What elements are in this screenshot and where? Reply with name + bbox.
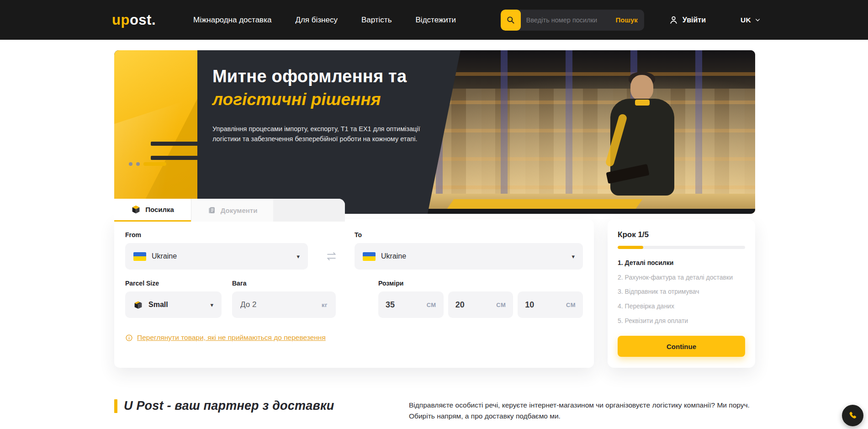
- caret-down-icon: ▾: [296, 253, 300, 260]
- parcel-box-icon: [131, 205, 141, 214]
- nav-track[interactable]: Відстежити: [416, 16, 456, 25]
- restricted-items-link-row: Переглянути товари, які не приймаються д…: [125, 334, 326, 342]
- dimension-width-field: СМ: [448, 291, 513, 318]
- step-progress-fill: [618, 246, 643, 249]
- dimensions-label: Розміри: [378, 280, 583, 287]
- weight-unit: кг: [322, 302, 328, 308]
- from-label: From: [125, 231, 308, 238]
- steps-title: Крок 1/5: [618, 230, 745, 239]
- carousel-indicators: [129, 162, 166, 166]
- dimension-unit: СМ: [496, 302, 506, 308]
- weight-label: Вага: [232, 280, 336, 287]
- hero-title-line1: Митне оформлення та: [212, 67, 459, 86]
- dimension-length-input[interactable]: [386, 300, 409, 310]
- tab-documents-label: Документи: [221, 207, 258, 214]
- parcel-size-label: Parcel Size: [125, 280, 222, 287]
- nav-for-business[interactable]: Для бізнесу: [295, 16, 338, 25]
- search-icon: [506, 16, 515, 24]
- box-size-icon: [133, 300, 143, 310]
- warehouse-worker-figure: [598, 74, 690, 211]
- call-button[interactable]: [842, 405, 863, 426]
- about-section: U Post - ваш партнер з доставки Відправл…: [114, 399, 755, 422]
- step-progress-bar: [618, 246, 745, 249]
- logo-suffix: ost.: [130, 12, 156, 28]
- shipment-form-card: From Ukraine ▾ To: [114, 219, 594, 368]
- hero-banner: Митне оформлення та логістичні рішення У…: [114, 50, 755, 214]
- dimension-height-field: СМ: [518, 291, 583, 318]
- caret-down-icon: ▾: [572, 253, 575, 260]
- title-accent-bar: [114, 399, 117, 413]
- nav-pricing[interactable]: Вартість: [361, 16, 392, 25]
- phone-icon: [848, 411, 858, 421]
- language-selector[interactable]: UK: [741, 16, 761, 24]
- weight-input[interactable]: [240, 300, 281, 309]
- user-icon: [669, 15, 678, 25]
- document-icon: [207, 206, 216, 215]
- login-button[interactable]: Увійти: [669, 15, 706, 25]
- shipment-type-tabs: Посилка Документи: [114, 199, 345, 222]
- caret-down-icon: ▾: [210, 302, 213, 308]
- step-item-4: 4. Перевірка даних: [618, 302, 745, 312]
- dimension-unit: СМ: [566, 302, 576, 308]
- chevron-down-icon: [755, 17, 761, 23]
- hero-content: Митне оформлення та логістичні рішення У…: [212, 67, 459, 144]
- parcel-size-select[interactable]: Small ▾: [125, 291, 222, 318]
- steps-card: Крок 1/5 1. Деталі посилки 2. Рахунок-фа…: [608, 219, 755, 368]
- carousel-dot-2[interactable]: [136, 162, 140, 166]
- language-label: UK: [741, 16, 751, 24]
- dimension-unit: СМ: [427, 302, 436, 308]
- search-submit-link[interactable]: Пошук: [616, 16, 644, 24]
- steps-list: 1. Деталі посилки 2. Рахунок-фактура та …: [618, 258, 745, 326]
- from-country-select[interactable]: Ukraine ▾: [125, 243, 308, 270]
- step-item-2: 2. Рахунок-фактура та деталі доставки: [618, 273, 745, 283]
- dimension-length-field: СМ: [378, 291, 444, 318]
- carousel-dot-3-active[interactable]: [143, 162, 166, 166]
- main-nav: Міжнародна доставка Для бізнесу Вартість…: [193, 16, 456, 25]
- about-description: Відправляєте особисті речі, керуєте інте…: [409, 400, 755, 422]
- top-navigation: upost. Міжнародна доставка Для бізнесу В…: [0, 0, 868, 40]
- login-label: Увійти: [683, 16, 706, 24]
- hero-title-line2: логістичні рішення: [212, 90, 459, 109]
- dimension-height-input[interactable]: [525, 300, 549, 310]
- to-country-value: Ukraine: [381, 252, 406, 260]
- search-button[interactable]: [501, 10, 521, 31]
- tab-documents[interactable]: Документи: [191, 199, 273, 222]
- logo[interactable]: upost.: [112, 12, 156, 28]
- to-country-select[interactable]: Ukraine ▾: [355, 243, 583, 270]
- hero-description: Управління процесами імпорту, експорту, …: [212, 124, 445, 144]
- weight-field: кг: [232, 291, 336, 318]
- swap-directions-icon[interactable]: [325, 251, 338, 261]
- carousel-dot-1[interactable]: [129, 162, 132, 166]
- logo-prefix: up: [112, 12, 130, 28]
- tab-parcel[interactable]: Посилка: [114, 199, 191, 222]
- step-item-5: 5. Реквізити для оплати: [618, 316, 745, 326]
- tracking-search-bar: Пошук: [501, 10, 644, 31]
- dimension-width-input[interactable]: [455, 300, 479, 310]
- step-item-1: 1. Деталі посилки: [618, 258, 745, 268]
- step-item-3: 3. Відправник та отримувач: [618, 287, 745, 297]
- nav-international-delivery[interactable]: Міжнародна доставка: [193, 16, 271, 25]
- tab-parcel-label: Посилка: [145, 206, 174, 213]
- parcel-size-value: Small: [148, 301, 168, 309]
- tracking-number-input[interactable]: [521, 16, 616, 24]
- ukraine-flag-icon: [133, 252, 146, 261]
- continue-button[interactable]: Continue: [618, 336, 745, 357]
- ukraine-flag-icon: [363, 252, 376, 261]
- to-label: To: [355, 231, 583, 238]
- hero-package-graphic: [114, 50, 199, 214]
- info-icon: [125, 334, 133, 342]
- restricted-items-link[interactable]: Переглянути товари, які не приймаються д…: [137, 334, 326, 342]
- about-title: U Post - ваш партнер з доставки: [124, 399, 334, 413]
- from-country-value: Ukraine: [152, 252, 177, 260]
